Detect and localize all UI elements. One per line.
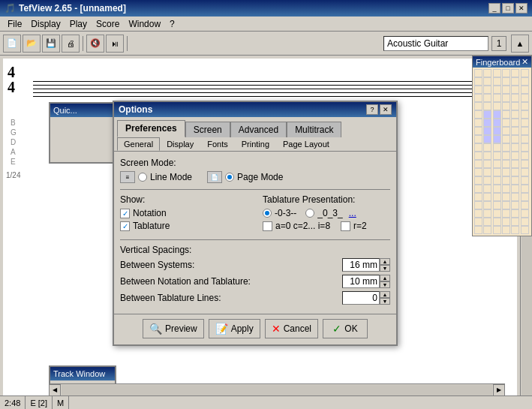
menu-score[interactable]: Score	[92, 18, 124, 30]
tab-general[interactable]: General	[117, 137, 160, 151]
print-button[interactable]: 🖨	[62, 35, 80, 53]
tablature-check-row: ✓ Tablature	[120, 221, 248, 231]
notation-label: Notation	[133, 208, 167, 218]
notation-check-row: ✓ Notation	[120, 208, 248, 218]
tab-row-1: Preferences Screen Advanced Multitrack	[114, 117, 396, 137]
title-bar-controls: _ □ ✕	[488, 3, 527, 14]
dialog-footer: 🔍 Preview 📝 Apply ✕ Cancel ✓ OK	[114, 314, 396, 344]
instrument-field[interactable]	[383, 36, 488, 51]
between-systems-label: Between Systems:	[120, 260, 342, 270]
tab-opt2-label: _0_3_	[317, 208, 342, 218]
toolbar: 📄 📂 💾 🖨 🔇 ⏯ 1 ▲	[0, 32, 532, 56]
preview-button[interactable]: 🔍 Preview	[143, 319, 204, 338]
tab-screen[interactable]: Screen	[185, 122, 230, 137]
tab-row-2: General Display Fonts Printing Page Layo…	[114, 137, 396, 152]
tab-display[interactable]: Display	[160, 137, 200, 151]
toolbar-separator-1	[83, 36, 83, 51]
dialog-title-bar: Options ? ✕	[114, 102, 396, 117]
menu-file[interactable]: File	[3, 18, 26, 30]
tab-opt1-label: -0-3--	[275, 208, 296, 218]
dialog-title: Options	[119, 104, 152, 115]
tab-check1-label: a=0 c=2... i=8	[275, 221, 330, 231]
ok-button[interactable]: ✓ OK	[323, 319, 368, 338]
line-mode-option[interactable]: ≡ Line Mode	[120, 171, 192, 183]
screen-mode-label: Screen Mode:	[120, 158, 390, 168]
between-notation-label: Between Notation and Tablature:	[120, 276, 342, 287]
preview-label: Preview	[165, 323, 197, 334]
between-notation-down[interactable]: ▼	[380, 281, 390, 288]
tab-preferences[interactable]: Preferences	[117, 120, 185, 137]
app-title: TefView 2.65 - [unnamed]	[19, 3, 126, 14]
tab-fonts[interactable]: Fonts	[200, 137, 235, 151]
open-button[interactable]: 📂	[23, 35, 41, 53]
tab-check1[interactable]	[263, 221, 272, 231]
between-tab-lines-label: Between Tablature Lines:	[120, 293, 342, 303]
preview-icon: 🔍	[149, 323, 162, 335]
menu-window[interactable]: Window	[124, 18, 165, 30]
screen-mode-section: Screen Mode: ≡ Line Mode 📄 Page Mode	[120, 158, 390, 183]
show-col: Show: ✓ Notation ✓ Tablature	[120, 194, 248, 233]
between-notation-up[interactable]: ▲	[380, 275, 390, 281]
menu-display[interactable]: Display	[26, 18, 65, 30]
menu-bar: File Display Play Score Window ?	[0, 17, 532, 32]
page-mode-label: Page Mode	[237, 172, 283, 182]
tab-page-layout[interactable]: Page Layout	[276, 137, 336, 151]
toolbar-separator-2	[127, 36, 128, 51]
tab-check2[interactable]	[341, 221, 350, 231]
line-mode-radio[interactable]	[138, 173, 147, 182]
between-systems-down[interactable]: ▼	[380, 265, 390, 272]
dialog-close-button[interactable]: ✕	[380, 104, 392, 115]
tab-presentation-col: Tablature Presentation: -0-3-- _0_3_ ...…	[263, 194, 390, 233]
title-bar: 🎵 TefView 2.65 - [unnamed] _ □ ✕	[0, 0, 532, 17]
instrument-number: 1	[491, 36, 506, 51]
new-button[interactable]: 📄	[3, 35, 21, 53]
apply-button[interactable]: 📝 Apply	[209, 319, 260, 338]
maximize-button[interactable]: □	[502, 3, 514, 14]
tab-opt3-label: ...	[349, 208, 356, 218]
step-play-button[interactable]: ⏯	[106, 35, 124, 53]
modal-overlay: Options ? ✕ Preferences Screen Advanced	[0, 56, 532, 409]
app-icon: 🎵	[5, 3, 16, 14]
page-mode-radio[interactable]	[225, 173, 234, 182]
between-tab-lines-input[interactable]	[342, 291, 380, 305]
ok-label: OK	[344, 323, 357, 334]
tablature-checkbox[interactable]: ✓	[120, 221, 130, 231]
page-mode-option[interactable]: 📄 Page Mode	[207, 171, 283, 183]
between-systems-spinner: ▲ ▼	[380, 258, 390, 272]
between-tab-lines-down[interactable]: ▼	[380, 298, 390, 305]
dialog-body: Screen Mode: ≡ Line Mode 📄 Page Mode	[114, 152, 396, 314]
dialog-help-button[interactable]: ?	[366, 104, 378, 115]
between-notation-input[interactable]	[342, 275, 380, 288]
between-systems-up[interactable]: ▲	[380, 258, 390, 265]
dialog-controls: ? ✕	[366, 104, 392, 115]
notation-checkbox[interactable]: ✓	[120, 209, 130, 218]
spacings-section: Vertical Spacings: Between Systems: ▲ ▼	[120, 245, 390, 305]
tab-printing[interactable]: Printing	[235, 137, 276, 151]
cancel-button[interactable]: ✕ Cancel	[265, 319, 318, 338]
options-dialog: Options ? ✕ Preferences Screen Advanced	[113, 101, 398, 346]
cancel-icon: ✕	[272, 323, 281, 335]
save-button[interactable]: 💾	[42, 35, 60, 53]
cancel-label: Cancel	[284, 323, 311, 334]
tab-advanced[interactable]: Advanced	[230, 122, 287, 137]
between-notation-spinner: ▲ ▼	[380, 275, 390, 288]
mute-button[interactable]: 🔇	[86, 35, 104, 53]
between-tab-lines-input-wrap: ▲ ▼	[342, 291, 390, 305]
page-mode-icon: 📄	[207, 171, 222, 183]
tab-multitrack[interactable]: Multitrack	[287, 122, 341, 137]
between-tab-lines-up[interactable]: ▲	[380, 291, 390, 298]
divider-2	[120, 239, 390, 240]
between-systems-input[interactable]	[342, 258, 380, 272]
menu-help[interactable]: ?	[165, 18, 179, 30]
spacings-title: Vertical Spacings:	[120, 245, 390, 255]
scroll-up-button[interactable]: ▲	[511, 35, 529, 53]
close-button[interactable]: ✕	[515, 3, 527, 14]
tab-opt1-radio[interactable]	[263, 209, 272, 218]
minimize-button[interactable]: _	[488, 3, 500, 14]
show-label: Show:	[120, 194, 248, 205]
between-notation-input-wrap: ▲ ▼	[342, 275, 390, 288]
line-mode-label: Line Mode	[150, 172, 192, 182]
tab-check2-label: r=2	[353, 221, 367, 231]
menu-play[interactable]: Play	[65, 18, 92, 30]
tab-opt2-radio[interactable]	[305, 209, 314, 218]
